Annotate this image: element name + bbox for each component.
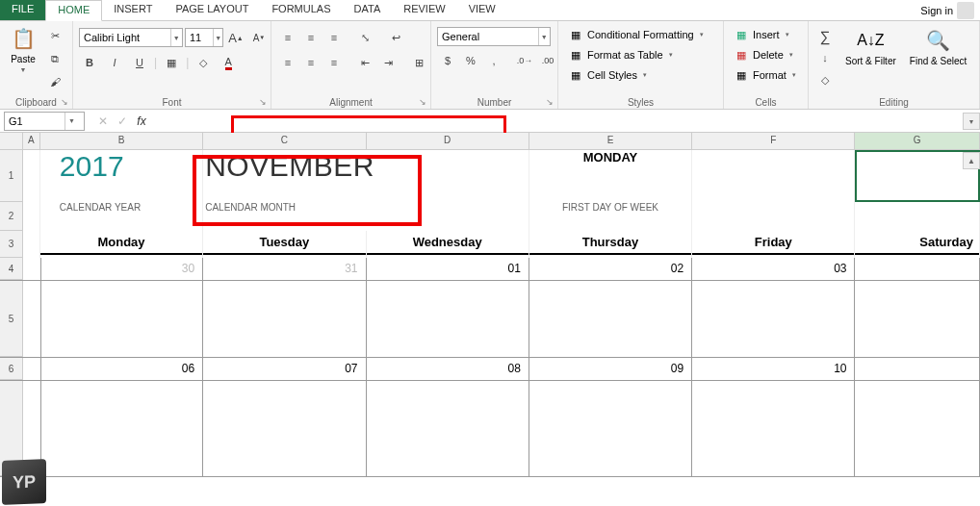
cell-f4[interactable]: 03 — [692, 258, 855, 280]
dropdown-icon[interactable]: ▼ — [170, 29, 182, 46]
row-header-3[interactable]: 3 — [0, 231, 23, 258]
col-header-e[interactable]: E — [529, 133, 692, 149]
cell-e6[interactable]: 09 — [529, 358, 692, 380]
font-size-input[interactable] — [186, 29, 213, 46]
cell-e4[interactable]: 02 — [529, 258, 692, 280]
fill-color-button[interactable]: ◇ — [193, 52, 214, 73]
cell-c4[interactable]: 31 — [203, 258, 366, 280]
tab-review[interactable]: REVIEW — [392, 0, 456, 20]
tab-home[interactable]: HOME — [45, 0, 102, 21]
cell-b4[interactable]: 30 — [40, 258, 203, 280]
cell-g2[interactable] — [855, 202, 979, 231]
cell-b7[interactable] — [40, 381, 203, 476]
tab-page-layout[interactable]: PAGE LAYOUT — [164, 0, 260, 20]
increase-indent-button[interactable]: ⇥ — [377, 52, 399, 73]
cell-g6[interactable] — [855, 358, 979, 380]
font-name-input[interactable] — [80, 29, 170, 46]
cell-f3[interactable]: Friday — [692, 231, 855, 258]
cell-b1[interactable]: 2017 — [40, 150, 203, 202]
enter-formula-button[interactable]: ✓ — [114, 113, 131, 130]
increase-font-button[interactable]: A▲ — [225, 27, 246, 48]
middle-align-button[interactable]: ≡ — [300, 27, 322, 48]
cell-b2[interactable]: CALENDAR YEAR — [40, 202, 203, 231]
fx-button[interactable]: fx — [133, 113, 150, 130]
cell-f7[interactable] — [692, 381, 855, 476]
conditional-formatting-button[interactable]: ▦Conditional Formatting▾ — [564, 25, 708, 44]
delete-cells-button[interactable]: ▦Delete▾ — [730, 45, 797, 64]
cell-e5[interactable] — [529, 281, 692, 357]
format-as-table-button[interactable]: ▦Format as Table▾ — [564, 45, 677, 64]
decrease-font-button[interactable]: A▼ — [248, 27, 270, 48]
cell-d6[interactable]: 08 — [367, 358, 529, 380]
font-launcher[interactable]: ↘ — [259, 97, 269, 107]
clear-button[interactable]: ◇ — [814, 69, 836, 90]
col-header-a[interactable]: A — [23, 133, 40, 149]
cell-c3[interactable]: Tuesday — [203, 231, 366, 258]
top-align-button[interactable]: ≡ — [277, 27, 298, 48]
bold-button[interactable]: B — [79, 52, 100, 73]
cell-g1-selected[interactable] — [855, 150, 980, 202]
accounting-button[interactable]: $ — [437, 50, 458, 71]
number-format-input[interactable] — [438, 28, 538, 45]
cell-g3[interactable]: Saturday — [855, 231, 979, 258]
tab-data[interactable]: DATA — [343, 0, 393, 20]
cell-a1[interactable] — [23, 150, 40, 202]
select-all-corner[interactable] — [0, 133, 23, 149]
row-header-4[interactable]: 4 — [0, 258, 23, 280]
font-size-combo[interactable]: ▼ — [185, 28, 223, 47]
sign-in-link[interactable]: Sign in — [915, 0, 980, 20]
cell-e2[interactable]: FIRST DAY OF WEEK — [529, 202, 692, 231]
cell-g7[interactable] — [855, 381, 979, 476]
dropdown-icon[interactable]: ▼ — [538, 28, 551, 45]
cell-c1[interactable]: NOVEMBER — [203, 150, 529, 202]
underline-button[interactable]: U — [129, 52, 150, 73]
name-box[interactable]: ▼ — [4, 112, 85, 131]
copy-button[interactable]: ⧉ — [44, 48, 65, 69]
cell-b5[interactable] — [40, 281, 203, 357]
row-header-5[interactable]: 5 — [0, 281, 23, 357]
cell-d7[interactable] — [367, 381, 529, 476]
cell-b3[interactable]: Monday — [40, 231, 203, 258]
tab-view[interactable]: VIEW — [457, 0, 507, 20]
alignment-launcher[interactable]: ↘ — [419, 97, 428, 107]
dropdown-icon[interactable]: ▼ — [213, 29, 222, 46]
cell-g5[interactable] — [855, 281, 979, 357]
increase-decimal-button[interactable]: .0→ — [514, 50, 535, 71]
cell-f2[interactable] — [692, 202, 855, 231]
col-header-c[interactable]: C — [203, 133, 366, 149]
autosum-button[interactable]: ∑ — [814, 25, 836, 46]
cell-a4[interactable] — [23, 258, 40, 280]
col-header-b[interactable]: B — [40, 133, 203, 149]
cut-button[interactable]: ✂ — [44, 25, 65, 46]
cancel-formula-button[interactable]: ✕ — [94, 113, 112, 130]
format-painter-button[interactable]: 🖌 — [44, 71, 65, 92]
scroll-up-button[interactable]: ▲ — [963, 152, 980, 169]
comma-button[interactable]: , — [483, 50, 504, 71]
cell-f6[interactable]: 10 — [692, 358, 855, 380]
merge-button[interactable]: ⊞ — [408, 52, 429, 73]
cell-e7[interactable] — [529, 381, 692, 476]
cell-a6[interactable] — [23, 358, 40, 380]
col-header-f[interactable]: F — [692, 133, 855, 149]
sort-filter-button[interactable]: A↓Z Sort & Filter — [841, 25, 900, 68]
cell-a3[interactable] — [23, 231, 40, 258]
find-select-button[interactable]: 🔍 Find & Select — [906, 25, 970, 68]
align-right-button[interactable]: ≡ — [323, 52, 345, 73]
number-format-combo[interactable]: ▼ — [437, 27, 551, 46]
cell-d3[interactable]: Wednesday — [367, 231, 529, 258]
cell-c5[interactable] — [203, 281, 366, 357]
cell-c7[interactable] — [203, 381, 366, 476]
cell-a2[interactable] — [23, 202, 40, 231]
bottom-align-button[interactable]: ≡ — [323, 27, 345, 48]
name-box-input[interactable] — [5, 113, 64, 130]
cell-f1[interactable] — [692, 150, 855, 202]
cell-styles-button[interactable]: ▦Cell Styles▾ — [564, 65, 651, 85]
fill-button[interactable]: ↓ — [814, 47, 836, 68]
col-header-d[interactable]: D — [367, 133, 529, 149]
row-header-6[interactable]: 6 — [0, 358, 23, 380]
paste-button[interactable]: 📋 Paste ▼ — [6, 23, 40, 75]
dropdown-icon[interactable]: ▼ — [64, 113, 78, 130]
cell-c2[interactable]: CALENDAR MONTH — [203, 202, 529, 231]
font-name-combo[interactable]: ▼ — [79, 28, 183, 47]
orientation-button[interactable]: ⤡ — [354, 27, 375, 48]
